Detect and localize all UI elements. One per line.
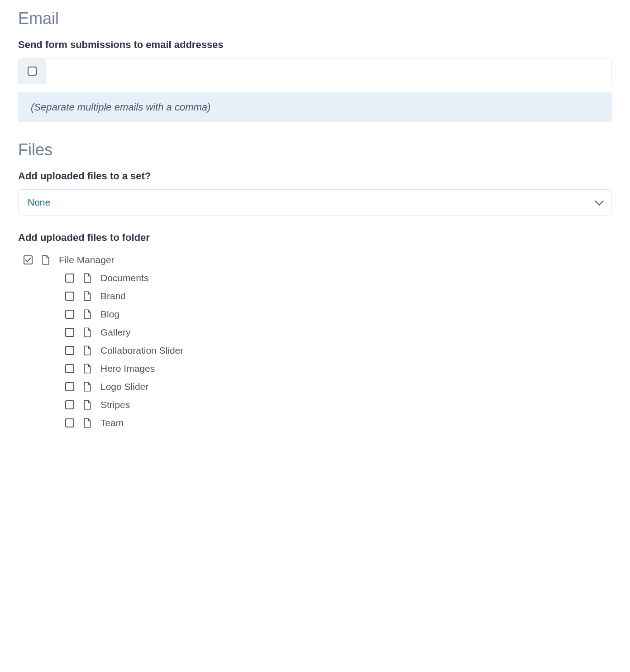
files-heading: Files <box>18 140 612 159</box>
chevron-down-icon <box>595 197 604 206</box>
checkbox-icon[interactable] <box>65 292 74 301</box>
page-icon <box>83 418 91 428</box>
checkbox-icon[interactable] <box>65 400 74 409</box>
tree-label: Collaboration Slider <box>100 345 183 356</box>
file-set-label: Add uploaded files to a set? <box>18 170 612 182</box>
email-input[interactable] <box>46 58 611 84</box>
tree-label: Blog <box>100 309 119 320</box>
folder-tree: File Manager DocumentsBrandBlogGalleryCo… <box>18 251 612 432</box>
tree-label: Logo Slider <box>100 381 148 392</box>
email-heading: Email <box>18 9 612 28</box>
tree-label: Team <box>100 418 124 428</box>
checkbox-icon <box>28 67 37 76</box>
page-icon <box>83 364 91 374</box>
page-icon <box>83 327 91 337</box>
page-icon <box>83 273 91 283</box>
checkbox-icon[interactable] <box>65 310 74 319</box>
checkbox-icon[interactable] <box>65 328 74 337</box>
tree-row[interactable]: Stripes <box>65 396 612 414</box>
email-field-label: Send form submissions to email addresses <box>18 39 612 51</box>
checkbox-checked-icon[interactable] <box>24 255 33 264</box>
files-section: Files Add uploaded files to a set? None … <box>18 140 612 432</box>
file-set-selected-value: None <box>28 197 50 208</box>
tree-row[interactable]: Team <box>65 414 612 432</box>
tree-label: Brand <box>100 291 126 302</box>
page-icon <box>42 255 50 265</box>
email-hint: (Separate multiple emails with a comma) <box>18 92 612 122</box>
email-checkbox-prepend[interactable] <box>19 58 46 84</box>
checkbox-icon[interactable] <box>65 364 74 373</box>
tree-label: Gallery <box>100 327 131 338</box>
tree-row[interactable]: Brand <box>65 287 612 305</box>
page-icon <box>83 382 91 392</box>
page-icon <box>83 309 91 319</box>
page-icon <box>83 400 91 410</box>
tree-row[interactable]: Documents <box>65 269 612 287</box>
page-icon <box>83 291 91 301</box>
tree-row[interactable]: Hero Images <box>65 360 612 378</box>
email-section: Email Send form submissions to email add… <box>18 9 612 122</box>
checkbox-icon[interactable] <box>65 346 74 355</box>
tree-label: Documents <box>100 273 148 283</box>
tree-label: File Manager <box>59 254 115 265</box>
tree-row[interactable]: Gallery <box>65 323 612 341</box>
tree-row[interactable]: Collaboration Slider <box>65 341 612 360</box>
page-icon <box>83 346 91 355</box>
tree-label: Stripes <box>100 399 130 410</box>
folder-label: Add uploaded files to folder <box>18 232 612 244</box>
tree-label: Hero Images <box>100 363 155 374</box>
file-set-select[interactable]: None <box>18 189 612 216</box>
checkbox-icon[interactable] <box>65 418 74 427</box>
tree-row[interactable]: Logo Slider <box>65 378 612 396</box>
tree-row-root[interactable]: File Manager <box>24 251 612 269</box>
email-input-group <box>18 58 612 84</box>
checkbox-icon[interactable] <box>65 382 74 391</box>
tree-row[interactable]: Blog <box>65 305 612 323</box>
checkbox-icon[interactable] <box>65 274 74 283</box>
